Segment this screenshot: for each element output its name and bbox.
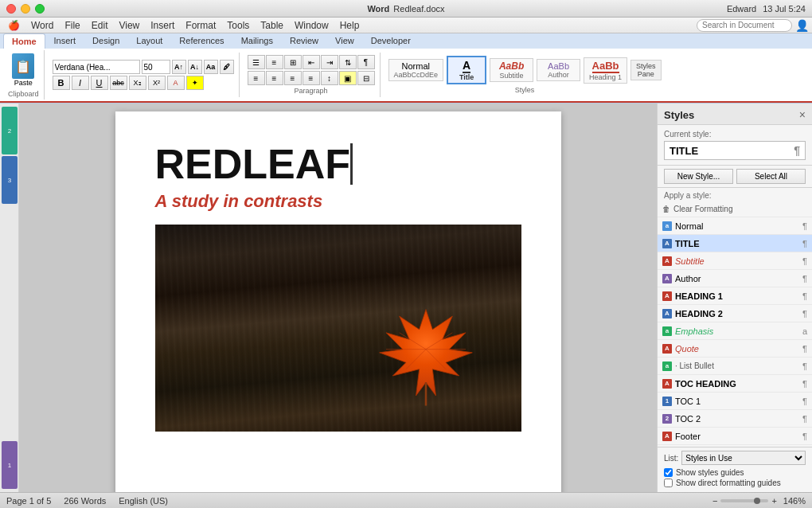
page-indicator-2[interactable]: 2 — [2, 107, 18, 154]
tab-view[interactable]: View — [327, 33, 362, 49]
menu-tools[interactable]: Tools — [222, 18, 254, 33]
zoom-out-btn[interactable]: − — [712, 496, 717, 506]
style-item-title[interactable]: A TITLE ¶ — [658, 235, 812, 252]
style-item-subtitle[interactable]: A Subtitle ¶ — [658, 252, 812, 270]
tab-layout[interactable]: Layout — [128, 33, 170, 49]
page-indicator-3[interactable]: 3 — [2, 156, 18, 204]
font-face-input[interactable] — [53, 60, 140, 74]
style-item-normal[interactable]: a Normal ¶ — [658, 217, 812, 235]
style-subtitle-btn[interactable]: AaBb Subtitle — [490, 58, 533, 82]
bold-button[interactable]: B — [53, 76, 70, 90]
menu-view[interactable]: View — [114, 18, 144, 33]
tab-mailings[interactable]: Mailings — [233, 33, 281, 49]
menu-help[interactable]: Help — [335, 18, 365, 33]
tab-review[interactable]: Review — [282, 33, 326, 49]
menu-word[interactable]: Word — [26, 18, 58, 33]
font-size-input[interactable] — [142, 60, 170, 74]
tab-home[interactable]: Home — [3, 33, 45, 49]
search-input[interactable] — [697, 19, 792, 32]
style-item-toc-heading[interactable]: A TOC HEADING ¶ — [658, 375, 812, 393]
line-spacing-btn[interactable]: ↕ — [321, 71, 338, 85]
window-controls[interactable] — [6, 4, 45, 14]
styles-pane-close-button[interactable]: × — [799, 108, 806, 121]
style-heading1-btn[interactable]: AaBb Heading 1 — [584, 57, 627, 84]
align-center-btn[interactable]: ≡ — [266, 71, 283, 85]
increase-indent-btn[interactable]: ⇥ — [321, 55, 338, 69]
style-item-toc2[interactable]: 2 TOC 2 ¶ — [658, 410, 812, 428]
styles-pane-header: Styles × — [658, 104, 812, 125]
font-color-btn[interactable]: A — [167, 76, 185, 90]
styles-pane-label: StylesPane — [636, 62, 656, 78]
author-style-name: Author — [675, 274, 799, 283]
document-canvas[interactable]: REDLEAF A study in contrasts — [19, 104, 657, 492]
tab-insert[interactable]: Insert — [46, 33, 84, 49]
menu-file[interactable]: File — [60, 18, 84, 33]
bullets-button[interactable]: ☰ — [248, 55, 265, 69]
style-author-btn[interactable]: AaBb Author — [537, 59, 580, 81]
list-bullet-para-mark: ¶ — [802, 361, 807, 371]
menu-insert[interactable]: Insert — [146, 18, 179, 33]
style-item-footer[interactable]: A Footer ¶ — [658, 428, 812, 445]
decrease-font-btn[interactable]: A↓ — [188, 60, 202, 74]
highlight-btn[interactable]: ✦ — [186, 76, 204, 90]
zoom-track — [720, 499, 768, 502]
leaf-image — [354, 296, 498, 416]
decrease-indent-btn[interactable]: ⇤ — [303, 55, 320, 69]
style-item-author[interactable]: A Author ¶ — [658, 270, 812, 287]
menu-apple[interactable]: 🍎 — [3, 18, 25, 33]
underline-button[interactable]: U — [91, 76, 108, 90]
style-item-quote[interactable]: A Quote ¶ — [658, 340, 812, 358]
justify-btn[interactable]: ≡ — [303, 71, 320, 85]
show-direct-formatting-checkbox[interactable] — [664, 479, 673, 487]
user-avatar[interactable]: 👤 — [795, 19, 809, 32]
maximize-button[interactable] — [35, 4, 45, 14]
show-styles-guides-checkbox[interactable] — [664, 468, 673, 477]
menu-table[interactable]: Table — [256, 18, 288, 33]
tab-references[interactable]: References — [171, 33, 232, 49]
page-indicator-1[interactable]: 1 — [2, 441, 18, 489]
superscript-button[interactable]: X² — [148, 76, 166, 90]
paste-button[interactable]: 📋 Paste — [9, 52, 37, 88]
menu-window[interactable]: Window — [290, 18, 334, 33]
page-info: Page 1 of 5 — [6, 496, 51, 506]
subscript-button[interactable]: X₂ — [129, 76, 146, 90]
styles-list[interactable]: 🗑 Clear Formatting a Normal ¶ A TITLE ¶ — [658, 201, 812, 447]
subtitle-para-mark: ¶ — [802, 256, 807, 266]
style-normal-btn[interactable]: Normal AaBbCcDdEe — [388, 59, 444, 81]
show-marks-btn[interactable]: ¶ — [357, 55, 375, 69]
outline-button[interactable]: ⊞ — [284, 55, 302, 69]
minimize-button[interactable] — [21, 4, 30, 14]
shading-btn[interactable]: ▣ — [339, 71, 357, 85]
zoom-in-btn[interactable]: + — [771, 496, 776, 506]
clear-format-btn[interactable]: Aa — [204, 60, 218, 74]
increase-font-btn[interactable]: A↑ — [172, 60, 186, 74]
normal-label: AaBbCcDdEe — [394, 71, 439, 79]
toc-heading-para-mark: ¶ — [802, 379, 807, 389]
strikethrough-button[interactable]: abc — [110, 76, 127, 90]
format-btn-extra[interactable]: 🖊 — [220, 60, 234, 74]
numbered-list-button[interactable]: ≡ — [266, 55, 283, 69]
clear-formatting-item[interactable]: 🗑 Clear Formatting — [658, 201, 812, 217]
style-item-list-bullet[interactable]: a · List Bullet ¶ — [658, 358, 812, 375]
style-item-heading1[interactable]: A HEADING 1 ¶ — [658, 287, 812, 305]
new-style-button[interactable]: New Style... — [664, 169, 733, 184]
select-all-button[interactable]: Select All — [736, 169, 806, 184]
style-item-toc1[interactable]: 1 TOC 1 ¶ — [658, 393, 812, 410]
align-right-btn[interactable]: ≡ — [284, 71, 302, 85]
align-left-btn[interactable]: ≡ — [248, 71, 265, 85]
menu-edit[interactable]: Edit — [87, 18, 113, 33]
styles-list-select[interactable]: Styles in Use — [681, 451, 806, 465]
close-button[interactable] — [6, 4, 16, 14]
zoom-bar[interactable]: − + — [712, 496, 777, 506]
menu-format[interactable]: Format — [181, 18, 221, 33]
tab-design[interactable]: Design — [84, 33, 127, 49]
italic-button[interactable]: I — [72, 76, 89, 90]
style-title-btn[interactable]: A Title — [447, 56, 486, 84]
style-item-heading2[interactable]: A HEADING 2 ¶ — [658, 305, 812, 322]
style-item-emphasis[interactable]: a Emphasis a — [658, 322, 812, 340]
borders-btn[interactable]: ⊟ — [357, 71, 375, 85]
current-style-box: TITLE ¶ — [664, 141, 806, 160]
styles-pane-btn[interactable]: StylesPane — [630, 60, 662, 80]
sort-btn[interactable]: ⇅ — [339, 55, 357, 69]
tab-developer[interactable]: Developer — [363, 33, 419, 49]
